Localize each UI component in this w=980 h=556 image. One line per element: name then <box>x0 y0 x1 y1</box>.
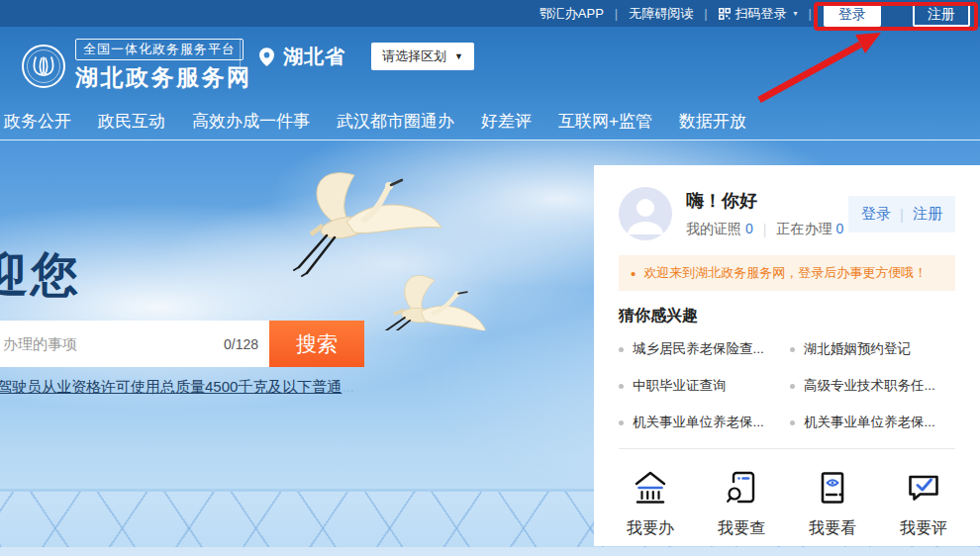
document-search-icon <box>722 468 761 508</box>
section-title-interests: 猜你感兴趣 <box>619 306 955 326</box>
action-woyaoping[interactable]: 我要评 <box>900 468 947 539</box>
user-stats: 我的证照0 | 正在办理0 <box>686 221 843 238</box>
nav-item[interactable]: 高效办成一件事 <box>192 110 310 133</box>
interest-link[interactable]: 机关事业单位养老保... <box>790 414 955 431</box>
panel-login-box: 登录 | 注册 <box>848 196 955 232</box>
brand[interactable]: 全国一体化政务服务平台 湖北政务服务网 <box>21 39 252 93</box>
topbar-links: 鄂汇办APP | 无障碍阅读 | 扫码登录 ▾ | <box>539 0 812 27</box>
nav-item[interactable]: 政务公开 <box>4 110 71 133</box>
topbar-login-button[interactable]: 登录 <box>824 3 881 27</box>
interest-link[interactable]: 城乡居民养老保险查... <box>619 340 784 358</box>
location-group: 湖北省 请选择区划 ▼ <box>240 39 474 74</box>
search-bar: 0/128 搜索 <box>0 321 364 367</box>
topbar-link-qr-login[interactable]: 扫码登录 <box>719 5 787 23</box>
action-label: 我要看 <box>809 518 856 539</box>
nav-item[interactable]: 政民互动 <box>98 110 165 133</box>
search-button[interactable]: 搜索 <box>269 321 364 367</box>
main-nav: 政务公开 政民互动 高效办成一件事 武汉都市圈通办 好差评 互联网+监管 数据开… <box>4 110 746 133</box>
page: 鄂汇办APP | 无障碍阅读 | 扫码登录 ▾ | 登录 <box>0 0 980 556</box>
location-pin-icon <box>259 47 274 66</box>
interest-link[interactable]: 中职毕业证查询 <box>619 377 784 395</box>
site-title: 湖北政务服务网 <box>75 62 252 93</box>
separator: | <box>809 6 812 21</box>
chevron-down-icon: ▾ <box>794 9 798 18</box>
char-counter: 0/128 <box>224 336 258 352</box>
auth-group: 登录 注册 <box>824 3 970 27</box>
panel-register-link[interactable]: 注册 <box>913 205 942 224</box>
separator: | <box>615 6 618 21</box>
province-label: 湖北省 <box>283 44 345 70</box>
bullet-dot: • <box>631 266 636 281</box>
divider <box>240 39 241 74</box>
region-selector-label: 请选择区划 <box>382 47 446 65</box>
topbar-link-label: 扫码登录 <box>735 5 787 23</box>
action-label: 我要评 <box>900 518 947 539</box>
qr-code-icon <box>719 8 731 20</box>
action-label: 我要办 <box>627 518 674 539</box>
nav-item[interactable]: 好差评 <box>481 110 532 133</box>
search-input[interactable] <box>0 321 224 367</box>
separator: | <box>763 222 767 237</box>
stat-value: 0 <box>745 221 753 236</box>
topbar: 鄂汇办APP | 无障碍阅读 | 扫码登录 ▾ | 登录 <box>0 0 980 27</box>
separator: | <box>900 206 904 223</box>
bank-icon <box>631 468 670 508</box>
user-panel: 嗨！你好 我的证照0 | 正在办理0 登录 | 注册 • 欢迎来到湖北政务服务网… <box>594 165 980 546</box>
hot-search-link[interactable]: 驾驶员从业资格许可使用总质量4500千克及以下普通 <box>0 378 342 395</box>
topbar-link-ehuiban-app[interactable]: 鄂汇办APP <box>539 5 604 23</box>
avatar <box>619 187 672 240</box>
action-woyaoban[interactable]: 我要办 <box>627 468 674 539</box>
region-selector-button[interactable]: 请选择区划 ▼ <box>371 43 474 70</box>
comment-check-icon <box>904 468 943 508</box>
stat-value: 0 <box>835 221 843 236</box>
interest-links: 城乡居民养老保险查... 湖北婚姻预约登记 中职毕业证查询 高级专业技术职务任.… <box>619 340 955 431</box>
greeting-text: 嗨！你好 <box>686 189 843 213</box>
topbar-register-button[interactable]: 注册 <box>913 3 970 27</box>
site-logo-emblem <box>21 44 66 89</box>
action-woyaocha[interactable]: 我要查 <box>718 468 765 539</box>
action-woyaokan[interactable]: 我要看 <box>809 468 856 539</box>
nav-item[interactable]: 数据开放 <box>679 110 746 133</box>
separator: | <box>704 6 707 21</box>
nav-item[interactable]: 武汉都市圈通办 <box>337 110 454 133</box>
stat-my-certificates[interactable]: 我的证照0 <box>686 221 753 238</box>
welcome-notice: • 欢迎来到湖北政务服务网，登录后办事更方便哦！ <box>619 255 955 291</box>
cranes-illustration <box>279 152 527 330</box>
nav-item[interactable]: 互联网+监管 <box>558 110 652 133</box>
stat-label: 我的证照 <box>686 221 741 236</box>
panel-login-link[interactable]: 登录 <box>861 205 891 224</box>
footer-strip <box>0 547 980 556</box>
logo-text: 全国一体化政务服务平台 湖北政务服务网 <box>75 39 252 93</box>
interest-link[interactable]: 机关事业单位养老保... <box>619 414 784 431</box>
user-row: 嗨！你好 我的证照0 | 正在办理0 登录 | 注册 <box>619 187 955 240</box>
divider <box>619 448 955 449</box>
interest-link[interactable]: 湖北婚姻预约登记 <box>790 340 955 358</box>
header: 全国一体化政务服务平台 湖北政务服务网 湖北省 请选择区划 ▼ 政务公开 政民互… <box>0 27 980 139</box>
ellipsis: ... <box>342 378 354 395</box>
platform-badge: 全国一体化政务服务平台 <box>75 39 244 60</box>
topbar-link-accessible-reading[interactable]: 无障碍阅读 <box>629 5 693 23</box>
hot-search-row: 驾驶员从业资格许可使用总质量4500千克及以下普通... <box>0 378 354 397</box>
monitor-eye-icon <box>813 468 852 508</box>
stat-label: 正在办理 <box>776 221 832 236</box>
interest-link[interactable]: 高级专业技术职务任... <box>790 377 955 395</box>
quick-actions: 我要办 我要查 我要 <box>619 468 955 539</box>
user-meta: 嗨！你好 我的证照0 | 正在办理0 <box>686 189 843 238</box>
action-label: 我要查 <box>718 518 765 539</box>
stat-in-progress[interactable]: 正在办理0 <box>776 221 843 238</box>
chevron-down-icon: ▼ <box>454 51 463 61</box>
welcome-notice-text: 欢迎来到湖北政务服务网，登录后办事更方便哦！ <box>643 264 927 282</box>
welcome-title: 迎您 <box>0 243 218 305</box>
